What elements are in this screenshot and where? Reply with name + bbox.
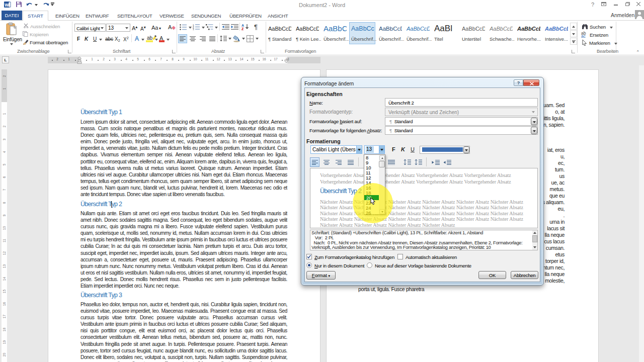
svg-text:Z: Z: [242, 27, 244, 30]
svg-text:A: A: [242, 24, 244, 27]
svg-text:W: W: [5, 3, 9, 8]
svg-text:3: 3: [193, 28, 194, 30]
